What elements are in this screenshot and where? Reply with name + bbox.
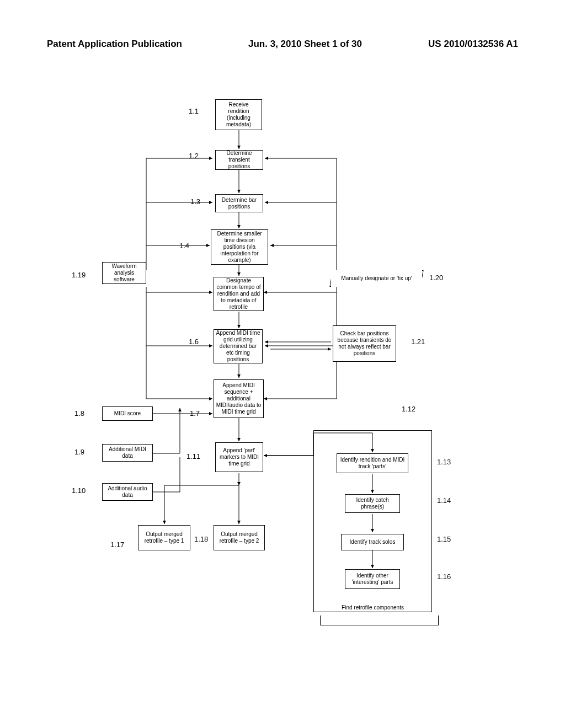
box-append-midi-grid: Append MIDI time grid utilizing determin… bbox=[214, 329, 263, 363]
box-check-bar-positions: Check bar positions because transients d… bbox=[333, 325, 396, 362]
box-determine-bar: Determine bar positions bbox=[215, 194, 263, 212]
label-1-1: 1.1 bbox=[189, 107, 199, 115]
label-1-13: 1.13 bbox=[437, 458, 451, 466]
label-1-20: 1.20 bbox=[429, 274, 443, 282]
box-waveform-software: Waveform analysis software bbox=[102, 262, 146, 284]
box-output-type1: Output merged retrofile – type 1 bbox=[138, 525, 190, 550]
label-1-2: 1.2 bbox=[189, 152, 199, 160]
label-1-14: 1.14 bbox=[437, 496, 451, 505]
box-determine-smaller: Determine smaller time division position… bbox=[211, 229, 268, 265]
box-identify-rendition-parts: Identify rendition and MIDI track 'parts… bbox=[337, 453, 408, 473]
label-1-9: 1.9 bbox=[74, 448, 84, 456]
label-1-6: 1.6 bbox=[189, 338, 199, 346]
label-1-12: 1.12 bbox=[402, 405, 415, 413]
flowchart-diagram: Receive rendition (including metadata) 1… bbox=[72, 99, 491, 684]
box-additional-audio: Additional audio data bbox=[102, 483, 153, 501]
box-append-part-markers: Append 'part' markers to MIDI time grid bbox=[215, 442, 263, 472]
label-1-21: 1.21 bbox=[411, 338, 425, 346]
box-designate-tempo: Designate common tempo of rendition and … bbox=[214, 277, 264, 311]
label-1-8: 1.8 bbox=[74, 409, 84, 417]
label-1-17: 1.17 bbox=[110, 540, 124, 549]
header-left: Patent Application Publication bbox=[47, 39, 182, 50]
label-1-18: 1.18 bbox=[194, 535, 208, 543]
header-center: Jun. 3, 2010 Sheet 1 of 30 bbox=[248, 39, 362, 50]
label-1-7: 1.7 bbox=[190, 409, 200, 417]
label-1-19: 1.19 bbox=[72, 271, 86, 279]
label-1-10: 1.10 bbox=[72, 486, 86, 495]
box-output-type2: Output merged retrofile – type 2 bbox=[214, 525, 265, 550]
box-identify-other-parts: Identify other 'interesting' parts bbox=[345, 569, 400, 589]
group-shadow bbox=[320, 615, 439, 625]
box-determine-transients: Determine transient positions bbox=[215, 150, 263, 170]
box-receive-rendition: Receive rendition (including metadata) bbox=[215, 99, 262, 130]
box-append-midi-sequence: Append MIDI sequence + additional MIDI/a… bbox=[214, 379, 264, 418]
group-label-find-retrofile: Find retrofile components bbox=[314, 604, 431, 611]
box-additional-midi: Additional MIDI data bbox=[102, 444, 153, 462]
header-right: US 2010/0132536 A1 bbox=[428, 39, 518, 50]
label-1-16: 1.16 bbox=[437, 572, 451, 581]
box-manual-designate: Manually designate or 'fix up' bbox=[331, 270, 422, 287]
label-1-15: 1.15 bbox=[437, 535, 451, 543]
box-identify-catch-phrase: Identify catch phrase(s) bbox=[345, 494, 400, 513]
box-manual-designate-text: Manually designate or 'fix up' bbox=[341, 275, 412, 282]
label-1-4: 1.4 bbox=[179, 242, 189, 250]
box-midi-score: MIDI score bbox=[102, 406, 153, 421]
label-1-11: 1.11 bbox=[186, 452, 200, 461]
box-identify-track-solos: Identify track solos bbox=[341, 534, 404, 550]
label-1-3: 1.3 bbox=[190, 197, 200, 206]
